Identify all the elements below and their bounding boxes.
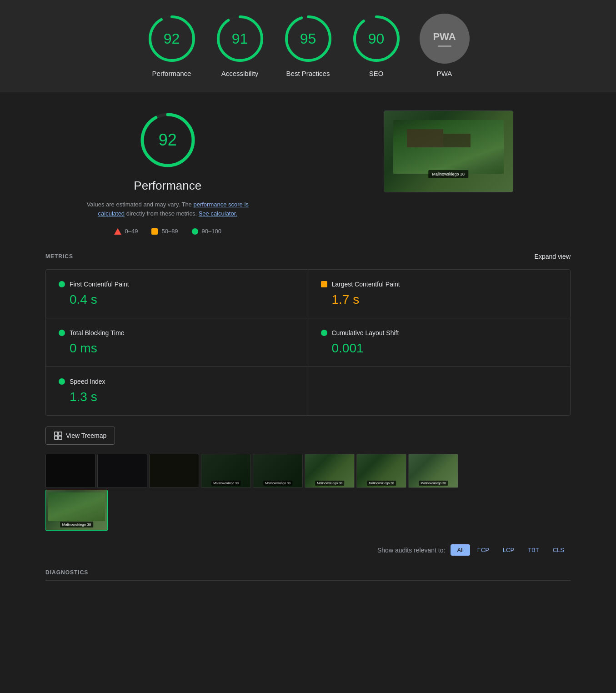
si-dot [59,378,65,385]
metric-cls-header: Cumulative Layout Shift [321,329,558,336]
svg-rect-13 [59,436,62,439]
performance-big-score: 92 [159,131,177,150]
filmstrip-label-8: Malinowskiego 38 [419,481,448,486]
metric-tbt: Total Blocking Time 0 ms [46,318,308,367]
screenshot-mock: Malinowskiego 38 [384,111,513,192]
diagnostics-divider [45,580,571,581]
screenshot-overlay-label: Malinowskiego 38 [428,170,468,178]
si-name: Speed Index [70,378,105,385]
filter-btn-fcp[interactable]: FCP [471,544,496,556]
expand-view-button[interactable]: Expand view [535,253,571,260]
audit-filter: Show audits relevant to: All FCP LCP TBT… [45,544,571,556]
filmstrip-frame-7: Malinowskiego 38 [356,454,406,488]
metrics-section-label: METRICS [45,253,73,260]
cls-name: Cumulative Layout Shift [332,329,399,336]
cls-dot [321,330,327,336]
score-item-performance[interactable]: 92 Performance [147,14,197,78]
metric-cls: Cumulative Layout Shift 0.001 [308,318,571,367]
screenshot-preview: Malinowskiego 38 [384,110,513,192]
filmstrip-frame-1 [45,454,95,488]
metrics-row-3: Speed Index 1.3 s [46,367,570,415]
filmstrip-label-6: Malinowskiego 38 [315,481,344,486]
tbt-name: Total Blocking Time [70,329,125,336]
score-label-accessibility: Accessibility [221,69,259,78]
legend-item-good: 90–100 [192,228,221,235]
legend-label-fail: 0–49 [125,228,138,235]
audit-filter-label: Show audits relevant to: [377,547,445,554]
average-icon [151,228,158,235]
pwa-circle: PWA [420,14,470,64]
metrics-row-1: First Contentful Paint 0.4 s Largest Con… [46,270,570,318]
fcp-dot [59,281,65,287]
performance-section: 92 Performance Values are estimated and … [45,110,571,235]
legend-label-average: 50–89 [161,228,178,235]
score-circle-seo: 90 [351,14,401,64]
filmstrip-label-5: Malinowskiego 38 [263,481,292,486]
lcp-value: 1.7 s [321,292,558,307]
top-scores-bar: 92 Performance 91 Accessibility 95 Best … [0,0,616,92]
score-circle-best-practices: 95 [283,14,333,64]
metrics-header: METRICS Expand view [45,253,571,260]
tbt-value: 0 ms [59,341,295,356]
score-label-performance: Performance [152,69,191,78]
main-content: 92 Performance Values are estimated and … [0,92,616,604]
view-treemap-button[interactable]: View Treemap [45,427,115,445]
metrics-row-2: Total Blocking Time 0 ms Cumulative Layo… [46,318,570,367]
metric-si: Speed Index 1.3 s [46,367,308,415]
metric-fcp-header: First Contentful Paint [59,281,295,288]
metric-tbt-header: Total Blocking Time [59,329,295,336]
legend: 0–49 50–89 90–100 [114,228,221,235]
filter-btn-cls[interactable]: CLS [546,544,571,556]
svg-rect-12 [55,436,58,439]
filter-btn-all[interactable]: All [451,544,470,556]
filter-btn-lcp[interactable]: LCP [496,544,521,556]
score-value-best-practices: 95 [300,30,316,47]
filmstrip-label-large: Malinowskiego 38 [60,522,94,527]
fcp-value: 0.4 s [59,292,295,307]
audit-filter-buttons: All FCP LCP TBT CLS [451,544,571,556]
metric-lcp-header: Largest Contentful Paint [321,281,558,288]
filmstrip-row2: Malinowskiego 38 [45,490,571,531]
score-value-accessibility: 91 [232,30,248,47]
perf-calculator-link[interactable]: See calculator. [199,210,237,217]
filter-btn-tbt[interactable]: TBT [521,544,546,556]
pwa-dash-icon [438,45,451,47]
score-item-best-practices[interactable]: 95 Best Practices [283,14,333,78]
performance-big-circle: 92 [138,110,197,170]
treemap-btn-label: View Treemap [66,432,106,439]
tbt-dot [59,330,65,336]
performance-title: Performance [134,179,201,193]
filmstrip-frame-4: Malinowskiego 38 [201,454,251,488]
filmstrip-row1: Malinowskiego 38 Malinowskiego 38 Malino… [45,454,571,488]
fcp-name: First Contentful Paint [70,281,129,288]
diagnostics-section-label: DIAGNOSTICS [45,569,571,576]
metric-fcp: First Contentful Paint 0.4 s [46,270,308,318]
svg-rect-11 [59,432,62,435]
filmstrip-frame-6: Malinowskiego 38 [305,454,355,488]
performance-left: 92 Performance Values are estimated and … [45,110,290,235]
filmstrip-frame-3 [149,454,199,488]
score-item-pwa[interactable]: PWA PWA [420,14,470,78]
score-item-accessibility[interactable]: 91 Accessibility [215,14,265,78]
filmstrip-frame-2 [97,454,147,488]
lcp-name: Largest Contentful Paint [332,281,400,288]
metric-si-header: Speed Index [59,378,295,385]
score-circle-performance: 92 [147,14,197,64]
filmstrip-frame-5: Malinowskiego 38 [253,454,303,488]
performance-description: Values are estimated and may vary. The p… [81,200,254,219]
pwa-label: PWA [433,31,456,43]
score-item-seo[interactable]: 90 SEO [351,14,401,78]
metric-lcp: Largest Contentful Paint 1.7 s [308,270,571,318]
score-label-pwa: PWA [437,69,452,78]
legend-item-average: 50–89 [151,228,178,235]
cls-value: 0.001 [321,341,558,356]
good-icon [192,228,198,235]
legend-item-fail: 0–49 [114,228,138,235]
score-value-seo: 90 [368,30,385,47]
svg-rect-10 [55,432,58,435]
metric-empty [308,367,571,415]
metrics-grid: First Contentful Paint 0.4 s Largest Con… [45,269,571,416]
filmstrip-frame-8: Malinowskiego 38 [408,454,458,488]
si-value: 1.3 s [59,390,295,404]
lcp-dot [321,281,327,287]
